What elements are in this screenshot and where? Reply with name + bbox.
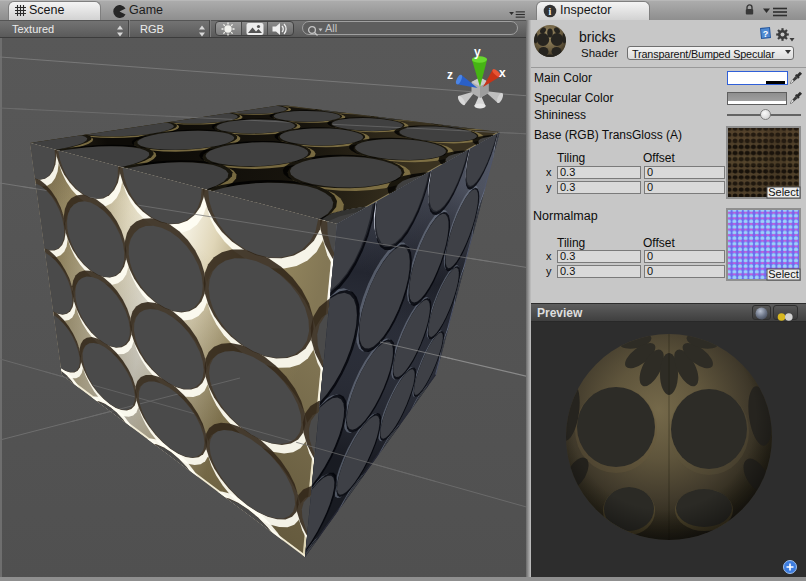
svg-text:Select: Select	[768, 186, 799, 198]
svg-text:x: x	[499, 66, 506, 80]
svg-text:?: ?	[763, 29, 769, 39]
svg-text:Select: Select	[768, 268, 799, 280]
svg-text:z: z	[447, 68, 453, 82]
svg-text:i: i	[549, 6, 552, 17]
svg-text:y: y	[474, 45, 481, 59]
